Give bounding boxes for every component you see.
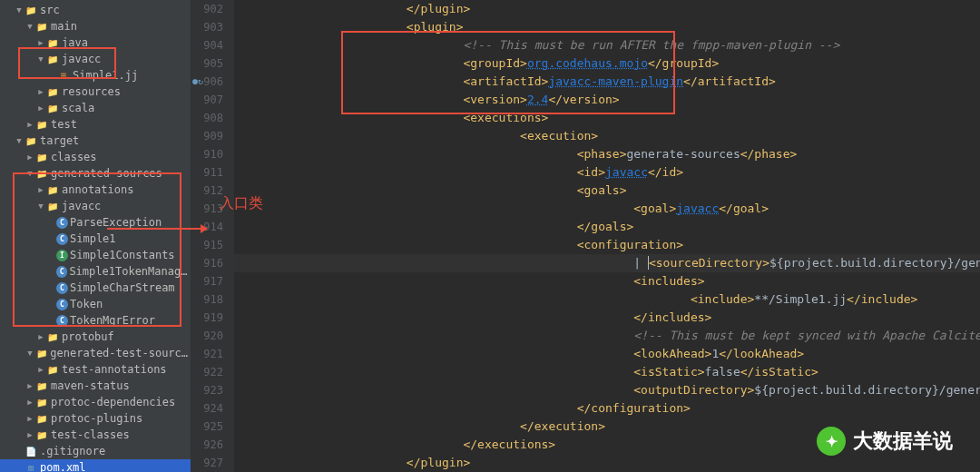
code-line[interactable]: </configuration> — [234, 399, 980, 418]
folder-icon — [34, 413, 49, 425]
tree-caret-icon[interactable] — [36, 103, 45, 113]
folder-icon — [34, 119, 49, 131]
tree-item[interactable]: CSimpleCharStream — [0, 280, 191, 296]
tree-item[interactable]: pom.xml — [0, 459, 191, 472]
tree-item-label: src — [40, 4, 60, 16]
xml-tag: <version> — [463, 93, 526, 106]
xml-comment: This must be run AFTER the fmpp-maven-pl… — [499, 38, 811, 52]
tree-item[interactable]: CToken — [0, 296, 191, 312]
xml-tag: <id> — [577, 165, 605, 179]
tree-item[interactable]: CTokenMgrError — [0, 312, 191, 329]
tree-item[interactable]: protoc-dependencies — [0, 394, 191, 410]
tree-item[interactable]: test-classes — [0, 427, 191, 443]
tree-caret-icon[interactable] — [25, 22, 34, 31]
code-line[interactable]: | <sourceDirectory>${project.build.direc… — [234, 254, 980, 272]
line-number: 922 — [191, 363, 223, 381]
code-line[interactable]: <isStatic>false</isStatic> — [234, 363, 980, 381]
tree-caret-icon[interactable] — [15, 136, 24, 145]
code-line[interactable]: <lookAhead>1</lookAhead> — [234, 345, 980, 363]
tree-caret-icon[interactable] — [36, 87, 45, 96]
code-line[interactable]: <groupId>org.codehaus.mojo</groupId> — [234, 54, 980, 73]
tree-item[interactable]: javacc — [0, 198, 191, 214]
code-line[interactable]: <artifactId>javacc-maven-plugin</artifac… — [234, 73, 980, 91]
tree-item[interactable]: scala — [0, 100, 191, 116]
code-line[interactable]: <id>javacc</id> — [234, 163, 980, 182]
tree-caret-icon[interactable] — [15, 5, 24, 15]
code-line[interactable]: <phase>generate-sources</phase> — [234, 145, 980, 163]
file-jj-icon — [56, 70, 71, 82]
tree-caret-icon[interactable] — [36, 202, 45, 211]
code-line[interactable]: </includes> — [234, 309, 980, 327]
tree-caret-icon[interactable] — [25, 398, 34, 407]
tree-item[interactable]: CSimple1 — [0, 231, 191, 247]
tree-item[interactable]: resources — [0, 84, 191, 100]
tree-item[interactable]: javacc — [0, 51, 191, 67]
line-number: 914 — [191, 218, 223, 236]
tree-item[interactable]: CParseException — [0, 214, 191, 231]
code-line[interactable]: <goals> — [234, 182, 980, 200]
tree-item[interactable]: test-annotations — [0, 361, 191, 378]
code-line[interactable]: <!-- This must be run AFTER the fmpp-mav… — [234, 36, 980, 54]
code-line[interactable]: <outputDirectory>${project.build.directo… — [234, 381, 980, 399]
editor-pane[interactable]: </plugin> <plugin> <!-- This must be run… — [234, 0, 980, 472]
xml-link-value: org.codehaus.mojo — [527, 56, 648, 70]
tree-caret-icon[interactable] — [36, 54, 45, 64]
tree-caret-icon[interactable] — [25, 349, 34, 358]
tree-caret-icon[interactable] — [36, 365, 45, 374]
wechat-icon: ✦ — [817, 427, 846, 456]
tree-item[interactable]: src — [0, 2, 191, 18]
code-line[interactable]: <!-- This must be kept synced with Apach… — [234, 327, 980, 345]
tree-caret-icon[interactable] — [25, 120, 34, 129]
tree-item[interactable]: test — [0, 116, 191, 133]
folder-icon — [45, 331, 60, 343]
code-line[interactable]: <include>**/Simple1.jj</include> — [234, 290, 980, 309]
line-number: 908 — [191, 109, 223, 127]
code-line[interactable]: </plugin> — [234, 0, 980, 18]
tree-item[interactable]: annotations — [0, 182, 191, 198]
code-line[interactable]: <plugin> — [234, 18, 980, 36]
code-line[interactable]: <configuration> — [234, 236, 980, 254]
tree-item-label: TokenMgrError — [70, 314, 155, 327]
code-line[interactable]: <version>2.4</version> — [234, 91, 980, 109]
tree-caret-icon[interactable] — [25, 381, 34, 390]
xml-tag: </artifactId> — [683, 74, 776, 88]
tree-item[interactable]: generated-sources — [0, 165, 191, 182]
folder-icon — [24, 5, 38, 16]
tree-caret-icon[interactable] — [25, 169, 34, 178]
xml-tag: </isStatic> — [740, 365, 818, 379]
tree-item[interactable]: generated-test-sources — [0, 345, 191, 361]
line-number: 909 — [191, 127, 223, 145]
code-line[interactable]: <executions> — [234, 109, 980, 127]
tree-item[interactable]: maven-status — [0, 378, 191, 394]
tree-caret-icon[interactable] — [36, 38, 45, 47]
gutter-run-icon[interactable]: ●↻ — [192, 76, 203, 86]
tree-item[interactable]: CSimple1TokenManager — [0, 263, 191, 280]
code-line[interactable]: </plugin> — [234, 454, 980, 472]
code-line[interactable]: <goal>javacc</goal> — [234, 200, 980, 218]
tree-item[interactable]: main — [0, 18, 191, 34]
tree-caret-icon[interactable] — [25, 430, 34, 439]
class-icon: C — [56, 233, 68, 245]
code-line[interactable]: <includes> — [234, 272, 980, 290]
xml-text: generate-sources — [626, 147, 740, 161]
line-number: 913 — [191, 200, 223, 218]
tree-item[interactable]: protobuf — [0, 329, 191, 345]
tree-item[interactable]: ISimple1Constants — [0, 247, 191, 263]
tree-caret-icon[interactable] — [36, 185, 45, 194]
code-line[interactable]: </goals> — [234, 218, 980, 236]
tree-item[interactable]: java — [0, 34, 191, 51]
xml-tag: <lookAhead> — [633, 347, 711, 360]
tree-item[interactable]: .gitignore — [0, 443, 191, 459]
tree-item[interactable]: Simple1.jj — [0, 67, 191, 84]
tree-item[interactable]: protoc-plugins — [0, 410, 191, 427]
folder-icon — [34, 21, 49, 33]
tree-caret-icon[interactable] — [25, 152, 34, 162]
tree-item[interactable]: classes — [0, 149, 191, 165]
line-number: 902 — [191, 0, 223, 18]
project-tree[interactable]: srcmainjavajavaccSimple1.jjresourcesscal… — [0, 0, 191, 472]
code-line[interactable]: <execution> — [234, 127, 980, 145]
line-number: 923 — [191, 381, 223, 399]
tree-caret-icon[interactable] — [36, 332, 45, 341]
tree-caret-icon[interactable] — [25, 414, 34, 423]
tree-item[interactable]: target — [0, 133, 191, 149]
